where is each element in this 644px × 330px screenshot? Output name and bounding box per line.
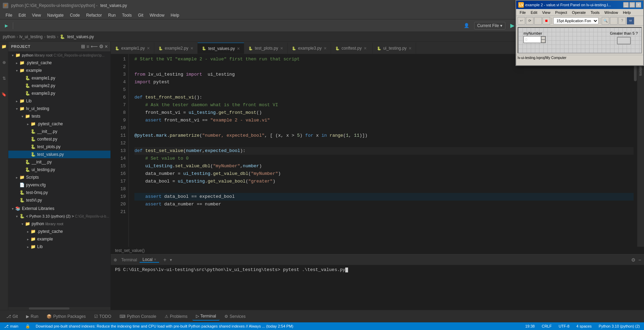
activity-commit-icon[interactable]: ⊕: [1, 59, 8, 66]
status-git-branch[interactable]: ⎇ main: [3, 324, 20, 329]
tree-lv-init-py[interactable]: 🐍 __init__.py: [8, 158, 110, 166]
lv-menu-tools[interactable]: Tools: [588, 10, 602, 15]
tab-test-values[interactable]: 🐍 test_values.py ×: [198, 43, 244, 54]
lv-zoom-out-btn[interactable]: 🔍: [602, 17, 609, 25]
expand-btn[interactable]: ≡: [86, 44, 89, 49]
tree-pyvenv-cfg[interactable]: 📄 pyvenv.cfg: [8, 181, 110, 189]
lv-run-btn[interactable]: ↩: [518, 17, 525, 25]
tab-test-plots[interactable]: 🐍 test_plots.py ×: [244, 43, 288, 54]
lv-icon-btn[interactable]: VI: [627, 17, 634, 25]
terminal-tab-local[interactable]: Local ×: [140, 257, 159, 263]
tree-tests-pytest-cache[interactable]: ▸ 📁 .pytest_cache: [8, 120, 110, 128]
lv-pause-btn[interactable]: ⏸: [534, 17, 542, 25]
lv-abort-btn[interactable]: ⏹: [543, 17, 550, 25]
tab-ui-testing[interactable]: 🐍 ui_testing.py ×: [373, 43, 416, 54]
tree-testvi[interactable]: 🐍 testVi.py: [8, 196, 110, 204]
lv-menu-help[interactable]: Help: [621, 10, 633, 15]
lv-menu-file[interactable]: File: [518, 10, 528, 15]
bottom-tab-python-console[interactable]: ⌨ Python Console: [116, 313, 160, 320]
bottom-tab-todo[interactable]: ☑ TODO: [91, 313, 115, 320]
tab-example3[interactable]: 🐍 example3.py ×: [288, 43, 331, 54]
lv-arrow-down-icon[interactable]: ▼: [541, 40, 545, 43]
tree-lib-folder[interactable]: ▸ 📁 Lib: [8, 97, 110, 105]
breadcrumb-lv-ui-testing[interactable]: lv_ui_testing: [19, 34, 43, 39]
bottom-tab-git[interactable]: ⎇ Git: [3, 313, 21, 320]
status-lock-icon-item[interactable]: 🔒: [24, 324, 32, 329]
menu-code[interactable]: Code: [67, 12, 83, 18]
tree-init-py[interactable]: 🐍 __init__.py: [8, 128, 110, 135]
tree-ext-pytest-cache[interactable]: ▸ 📁 .pytest_cache: [8, 228, 110, 235]
hide-btn[interactable]: ×: [105, 44, 108, 49]
run-configurations-btn[interactable]: ▶: [3, 22, 10, 29]
tree-python-sdk[interactable]: ▾ 🐍 < Python 3.10 (python) (2) > C:\Git_…: [8, 212, 110, 220]
settings-gear-icon[interactable]: ⚙: [99, 44, 104, 49]
menu-view[interactable]: View: [29, 12, 44, 18]
tree-test-plots[interactable]: 🐍 test_plots.py: [8, 143, 110, 151]
tab-close-icon[interactable]: ×: [237, 46, 240, 51]
menu-refactor[interactable]: Refactor: [83, 12, 105, 18]
tree-ext-lib[interactable]: ▸ 📁 Lib: [8, 243, 110, 251]
tree-external-libs[interactable]: ▾ 📚 External Libraries: [8, 205, 110, 212]
activity-bookmark-icon[interactable]: 🔖: [1, 91, 8, 98]
tree-example3[interactable]: 🐍 example3.py: [8, 90, 110, 97]
tab-close-icon[interactable]: ×: [364, 46, 366, 51]
lv-menu-window[interactable]: Window: [602, 10, 620, 15]
current-file-dropdown[interactable]: Current File ▾: [474, 22, 506, 29]
tab-close-icon[interactable]: ×: [147, 46, 150, 51]
tree-tests-folder[interactable]: ▾ 📁 tests: [8, 112, 110, 120]
terminal-settings-icon[interactable]: ⚙: [631, 257, 636, 263]
tree-example1[interactable]: 🐍 example1.py: [8, 74, 110, 82]
lv-menu-edit[interactable]: Edit: [529, 10, 539, 15]
tree-ui-testing-py[interactable]: 🐍 ui_testing.py: [8, 166, 110, 174]
tree-root-python[interactable]: ▾ 📁 python library root C:\Git_Repos\lv-…: [8, 51, 110, 59]
menu-navigate[interactable]: Navigate: [44, 12, 66, 18]
tree-conftest[interactable]: 🐍 conftest.py: [8, 135, 110, 143]
bottom-tab-python-packages[interactable]: 📦 Python Packages: [43, 313, 89, 320]
tab-conftest[interactable]: 🐍 conftest.py ×: [331, 43, 373, 54]
lv-help-btn[interactable]: ?: [618, 17, 626, 25]
breadcrumb-tests[interactable]: tests: [47, 34, 56, 39]
lv-bool-indicator[interactable]: [617, 37, 631, 44]
menu-run[interactable]: Run: [105, 12, 118, 18]
menu-tools[interactable]: Tools: [119, 12, 134, 18]
tree-test-values[interactable]: 🐍 test_values.py: [8, 151, 110, 158]
tree-pytest-cache[interactable]: ▸ 📁 .pytest_cache: [8, 59, 110, 67]
status-python-version[interactable]: Python 3.10 (python) (2): [597, 324, 641, 328]
lv-menu-project[interactable]: Project: [553, 10, 569, 15]
lv-menu-view[interactable]: View: [540, 10, 553, 15]
bottom-tab-terminal[interactable]: ▷ Terminal: [192, 312, 220, 321]
tab-close-icon[interactable]: ×: [190, 46, 193, 51]
bottom-tab-run[interactable]: ▶ Run: [23, 313, 42, 320]
tab-close-icon[interactable]: ×: [324, 46, 327, 51]
menu-file[interactable]: File: [3, 12, 15, 18]
status-encoding[interactable]: UTF-8: [557, 324, 571, 328]
menu-edit[interactable]: Edit: [16, 12, 28, 18]
status-line-ending[interactable]: CRLF: [540, 324, 553, 328]
breadcrumb-python[interactable]: python: [3, 34, 15, 39]
tab-close-icon[interactable]: ×: [409, 46, 412, 51]
tree-test-0mq[interactable]: 🐍 test-0mq.py: [8, 189, 110, 196]
lv-numeric-box[interactable]: 0 ▲ ▼: [523, 36, 546, 43]
lv-restore-btn[interactable]: □: [629, 2, 635, 8]
tree-python-lib-root[interactable]: ▾ 📁 python library root: [8, 220, 110, 228]
lv-menu-operate[interactable]: Operate: [570, 10, 588, 15]
status-indent[interactable]: 4 spaces: [575, 324, 593, 328]
lv-close-btn[interactable]: ×: [636, 2, 641, 8]
terminal-dropdown-btn[interactable]: ▾: [170, 257, 172, 262]
menu-window[interactable]: Window: [147, 12, 167, 18]
activity-project-icon[interactable]: 📁: [1, 43, 8, 50]
tree-scripts-folder[interactable]: ▸ 📁 Scripts: [8, 174, 110, 181]
tree-example-folder[interactable]: ▾ 📁 example: [8, 67, 110, 74]
menu-git[interactable]: Git: [135, 12, 146, 18]
terminal-add-btn[interactable]: +: [163, 257, 166, 263]
lv-minimize-btn[interactable]: _: [623, 2, 629, 8]
terminal-tab-close-icon[interactable]: ×: [154, 257, 156, 262]
scope-btn[interactable]: ⊞: [81, 44, 85, 49]
tab-example2[interactable]: 🐍 example2.py ×: [154, 43, 198, 54]
lv-zoom-in-btn[interactable]: 100%: [610, 17, 618, 25]
status-line-col[interactable]: 19:38: [524, 324, 536, 328]
lv-arrow-up-icon[interactable]: ▲: [541, 36, 545, 40]
terminal-content[interactable]: PS C:\Git_Repos\lv-ui-testing\src\python…: [111, 265, 644, 310]
tab-example1[interactable]: 🐍 example1.py ×: [111, 43, 154, 54]
tree-lv-ui-testing-folder[interactable]: ▾ 📁 lv_ui_testing: [8, 105, 110, 112]
